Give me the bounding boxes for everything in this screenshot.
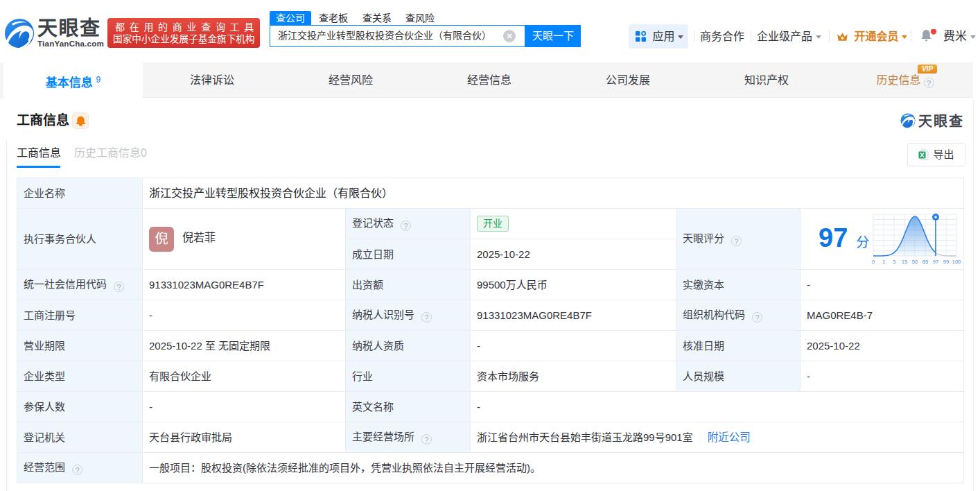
svg-text:15: 15	[902, 259, 907, 265]
svg-text:0: 0	[872, 259, 875, 265]
svg-text:85: 85	[922, 259, 928, 265]
svg-text:3: 3	[893, 259, 895, 265]
svg-text:100: 100	[952, 259, 961, 265]
svg-text:99: 99	[943, 259, 949, 265]
svg-text:1: 1	[882, 259, 885, 265]
svg-text:50: 50	[912, 259, 918, 265]
svg-text:天眼查: 天眼查	[918, 113, 964, 129]
svg-text:97: 97	[933, 259, 938, 265]
